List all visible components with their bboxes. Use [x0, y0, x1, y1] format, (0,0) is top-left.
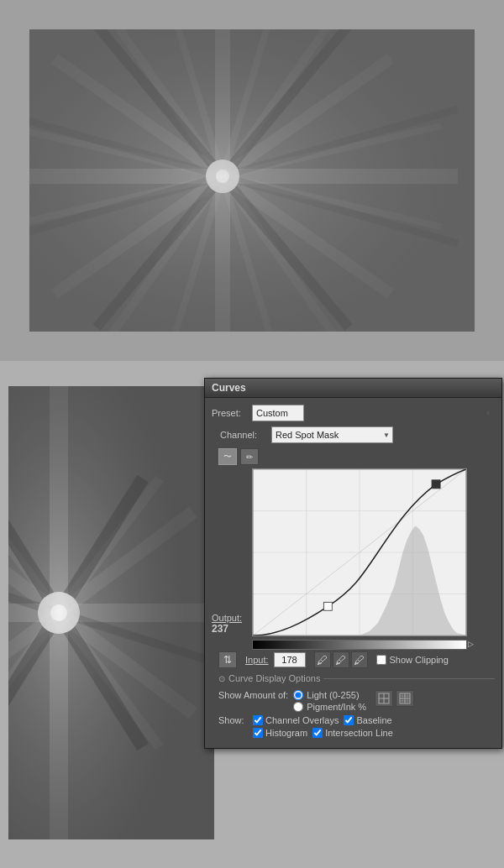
- intersection-line-item: Intersection Line: [312, 728, 393, 738]
- options-section: Show Amount of: Light (0-255) Pigment/In…: [212, 687, 495, 741]
- grid-detailed-button[interactable]: [396, 690, 414, 707]
- eyedropper-gray-button[interactable]: 🖊: [333, 651, 349, 668]
- gradient-arrow-icon: ▷: [468, 640, 474, 648]
- svg-rect-64: [323, 602, 332, 610]
- panel-title: Curves: [205, 379, 501, 398]
- intersection-line-label: Intersection Line: [325, 728, 393, 738]
- histogram-item: Histogram: [253, 728, 307, 738]
- output-label-area: Output: 237: [212, 468, 247, 636]
- expand-icon[interactable]: ⊙: [218, 674, 225, 683]
- histogram-checkbox[interactable]: [253, 728, 263, 738]
- swap-arrows-icon: ⇅: [223, 654, 232, 666]
- light-radio-label: Light (0-255): [307, 690, 359, 700]
- light-radio[interactable]: [293, 690, 303, 700]
- eyedropper-black-icon: 🖊: [317, 654, 328, 667]
- image-canvas-bottom: [8, 386, 214, 839]
- show-amount-label: Show Amount of:: [218, 690, 288, 700]
- show-row-1: Show: Channel Overlays Baseline: [218, 715, 488, 725]
- swap-arrows-button[interactable]: ⇅: [218, 651, 237, 668]
- show-label: Show:: [218, 715, 248, 725]
- eyedropper-white-icon: 🖊: [354, 654, 365, 667]
- gradient-bar: [252, 640, 467, 650]
- curve-display-divider: ⊙ Curve Display Options: [212, 673, 495, 683]
- pencil-tool-button[interactable]: ✏: [240, 448, 259, 465]
- tool-row: 〜 ✏: [212, 448, 495, 465]
- input-value-field[interactable]: [274, 652, 306, 667]
- show-row-2: Histogram Intersection Line: [218, 728, 488, 738]
- grid-simple-button[interactable]: [375, 690, 393, 707]
- eyedropper-gray-icon: 🖊: [335, 654, 346, 667]
- gradient-bar-container: ▷: [252, 640, 467, 650]
- svg-rect-31: [29, 29, 475, 332]
- curve-tool-icon: 〜: [223, 451, 232, 463]
- pigment-radio-row: Pigment/Ink %: [293, 702, 366, 712]
- show-clipping-checkbox[interactable]: [376, 655, 386, 665]
- baseline-item: Baseline: [344, 715, 391, 725]
- divider-line: [323, 678, 495, 679]
- preset-label: Preset:: [212, 408, 247, 418]
- channel-select[interactable]: Red Spot Mask: [271, 426, 393, 443]
- gradient-bar-row: ▷: [212, 640, 495, 650]
- histogram-label: Histogram: [265, 728, 307, 738]
- channel-overlays-checkbox[interactable]: [253, 715, 263, 725]
- show-clipping-label: Show Clipping: [390, 655, 449, 665]
- eyedropper-white-button[interactable]: 🖊: [351, 651, 368, 668]
- top-image-area: [0, 0, 504, 361]
- eyedropper-black-button[interactable]: 🖊: [314, 651, 331, 668]
- show-clipping-row: Show Clipping: [376, 655, 449, 665]
- preset-row: Preset: Custom: [212, 405, 495, 421]
- channel-label: Channel:: [220, 430, 266, 440]
- curve-graph-container: Output: 237: [212, 468, 495, 636]
- pigment-radio[interactable]: [293, 702, 303, 712]
- radio-group: Light (0-255) Pigment/Ink %: [293, 690, 366, 712]
- svg-rect-53: [8, 386, 214, 839]
- curve-graph[interactable]: [252, 468, 467, 636]
- preset-select-wrapper[interactable]: Custom: [252, 405, 495, 421]
- input-row: ⇅ Input: 🖊 🖊 🖊 Show Clipping: [212, 651, 495, 668]
- input-label: Input:: [245, 655, 269, 665]
- channel-row: Channel: Red Spot Mask: [212, 426, 495, 443]
- curve-display-label: Curve Display Options: [228, 673, 320, 683]
- grid-buttons: [375, 690, 414, 707]
- image-canvas-top: [29, 29, 475, 332]
- baseline-label: Baseline: [356, 715, 391, 725]
- curves-panel: Curves Preset: Custom Channel: Red Spot …: [204, 378, 502, 749]
- channel-overlays-item: Channel Overlays: [253, 715, 339, 725]
- eyedropper-group: 🖊 🖊 🖊: [314, 651, 368, 668]
- pencil-icon: ✏: [246, 452, 253, 462]
- curve-tool-button[interactable]: 〜: [218, 448, 237, 465]
- baseline-checkbox[interactable]: [344, 715, 354, 725]
- channel-overlays-label: Channel Overlays: [265, 715, 339, 725]
- light-radio-row: Light (0-255): [293, 690, 366, 700]
- output-value: 237: [212, 623, 228, 635]
- channel-select-wrapper[interactable]: Red Spot Mask: [271, 426, 393, 443]
- svg-rect-65: [432, 480, 440, 489]
- intersection-line-checkbox[interactable]: [312, 728, 323, 738]
- show-amount-row: Show Amount of: Light (0-255) Pigment/In…: [218, 690, 488, 712]
- output-label: Output:: [212, 613, 242, 623]
- preset-select[interactable]: Custom: [252, 405, 304, 421]
- pigment-radio-label: Pigment/Ink %: [307, 702, 366, 712]
